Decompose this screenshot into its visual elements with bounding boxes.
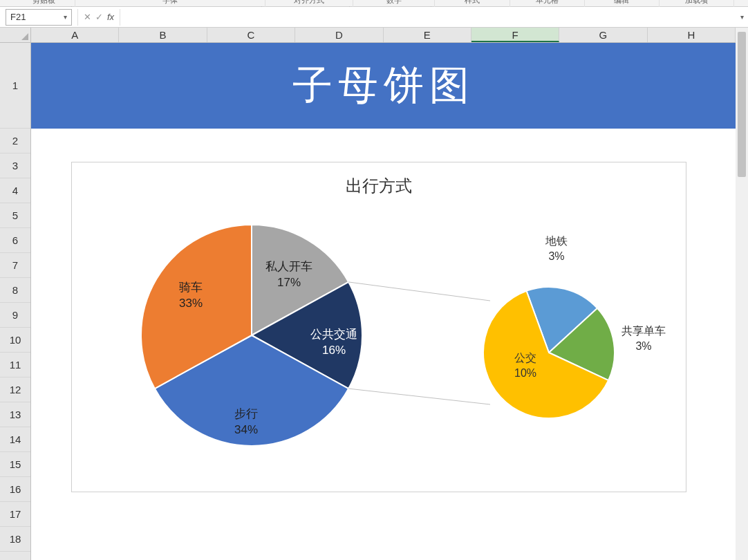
chart-title: 出行方式 <box>72 162 686 197</box>
ribbon-group-cells: 单元格 <box>510 0 585 7</box>
worksheet-grid: A B C D E F G H 123456789101112131415161… <box>0 28 748 560</box>
ribbon-group-number: 数字◢ <box>353 0 435 7</box>
ribbon-group-font: 字体◢ <box>75 0 265 7</box>
row-header[interactable]: 4 <box>0 178 30 203</box>
row-header[interactable]: 7 <box>0 253 30 278</box>
scrollbar-thumb[interactable] <box>738 32 746 177</box>
row-header[interactable]: 2 <box>0 129 30 153</box>
chevron-down-icon[interactable]: ▾ <box>64 13 67 21</box>
row-header[interactable]: 5 <box>0 203 30 228</box>
expand-formula-bar-icon[interactable]: ▾ <box>736 13 748 21</box>
col-header-f[interactable]: F <box>471 28 559 42</box>
sub-label-subway: 地铁3% <box>545 234 568 263</box>
enter-icon[interactable]: ✓ <box>95 12 103 22</box>
row-headers: 123456789101112131415161718 <box>0 43 31 560</box>
chart-banner: 子母饼图 <box>31 43 736 129</box>
name-box-value: F21 <box>10 12 26 22</box>
sheet-canvas[interactable]: 子母饼图 出行方式 私人开车17% 公共交通16% 步行34% 骑车33% <box>31 43 736 560</box>
row-header[interactable]: 16 <box>0 477 30 502</box>
col-header-a[interactable]: A <box>31 28 119 42</box>
ribbon-group-labels: 剪贴板◢ 字体◢ 对齐方式◢ 数字◢ 样式 单元格 编辑 加载项 <box>0 0 748 7</box>
row-header[interactable]: 10 <box>0 328 30 353</box>
ribbon-group-addins: 加载项 <box>660 0 734 7</box>
formula-bar: F21 ▾ ✕ ✓ fx ▾ <box>0 7 748 28</box>
vertical-scrollbar[interactable] <box>736 28 748 560</box>
row-header[interactable]: 8 <box>0 278 30 303</box>
sub-pie <box>483 287 615 418</box>
formula-input[interactable] <box>120 9 736 26</box>
row-header[interactable]: 3 <box>0 153 30 178</box>
col-header-h[interactable]: H <box>648 28 736 42</box>
col-header-c[interactable]: C <box>207 28 295 42</box>
col-header-b[interactable]: B <box>119 28 207 42</box>
chart-plot: 私人开车17% 公共交通16% 步行34% 骑车33% 地铁3% 共享单车3% … <box>72 204 686 492</box>
row-header[interactable]: 18 <box>0 527 30 552</box>
select-all-cell[interactable] <box>0 28 31 43</box>
ribbon-group-align: 对齐方式◢ <box>265 0 354 7</box>
row-header[interactable]: 11 <box>0 353 30 377</box>
ribbon-group-clipboard: 剪贴板◢ <box>14 0 75 7</box>
banner-title: 子母饼图 <box>292 59 475 113</box>
svg-line-0 <box>348 282 490 301</box>
sub-label-bus: 公交10% <box>514 351 536 380</box>
row-header[interactable]: 13 <box>0 402 30 427</box>
name-box[interactable]: F21 ▾ <box>6 9 72 26</box>
ribbon-group-styles: 样式 <box>435 0 509 7</box>
cancel-icon[interactable]: ✕ <box>84 12 91 22</box>
col-header-g[interactable]: G <box>559 28 647 42</box>
fx-icon[interactable]: fx <box>107 12 114 22</box>
ribbon-group-editing: 编辑 <box>585 0 660 7</box>
row-header[interactable]: 9 <box>0 303 30 328</box>
col-header-d[interactable]: D <box>295 28 383 42</box>
sub-label-sharebike: 共享单车3% <box>621 324 666 353</box>
row-header[interactable]: 12 <box>0 377 30 402</box>
row-header[interactable]: 17 <box>0 502 30 527</box>
row-header[interactable]: 6 <box>0 228 30 253</box>
row-header[interactable]: 14 <box>0 427 30 452</box>
row-header[interactable]: 1 <box>0 43 30 129</box>
col-header-e[interactable]: E <box>384 28 471 42</box>
chart-container[interactable]: 出行方式 私人开车17% 公共交通16% 步行34% 骑车33% <box>71 162 686 492</box>
row-header[interactable]: 15 <box>0 452 30 477</box>
column-headers: A B C D E F G H <box>31 28 736 43</box>
formula-buttons: ✕ ✓ fx <box>77 9 120 26</box>
svg-line-1 <box>348 389 490 404</box>
